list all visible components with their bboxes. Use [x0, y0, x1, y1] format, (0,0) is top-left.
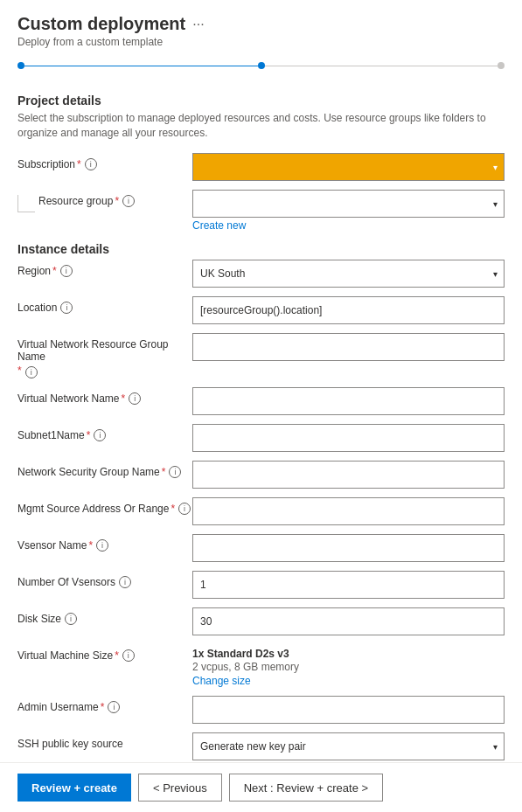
previous-button[interactable]: < Previous [138, 774, 222, 802]
mgmt-row: Mgmt Source Address Or Range * i [17, 497, 505, 525]
subnet1-label: Subnet1Name * i [17, 424, 192, 441]
location-info-icon[interactable]: i [60, 302, 73, 314]
subscription-required: * [77, 158, 81, 170]
num-vsensors-input[interactable] [192, 571, 505, 599]
admin-username-row: Admin Username * i [17, 696, 505, 724]
location-row: Location i [17, 296, 505, 324]
region-control: UK South ▾ [192, 260, 505, 288]
change-size-link[interactable]: Change size [192, 675, 505, 687]
vnet-rg-required: * [17, 364, 22, 377]
vm-size-label: Virtual Machine Size * i [17, 644, 192, 662]
project-details-title: Project details [17, 94, 505, 108]
vnet-rg-label: Virtual Network Resource Group Name * i [17, 333, 192, 378]
vnet-rg-input[interactable] [192, 333, 505, 361]
disk-size-info-icon[interactable]: i [65, 613, 77, 625]
num-vsensors-row: Number Of Vsensors i [17, 571, 505, 599]
vsensor-name-info-icon[interactable]: i [96, 539, 108, 552]
vnet-rg-control [192, 333, 505, 361]
mgmt-required: * [171, 503, 175, 515]
subnet1-input[interactable] [192, 424, 505, 452]
progress-steps [0, 55, 522, 80]
admin-username-required: * [101, 701, 105, 713]
vnet-rg-row: Virtual Network Resource Group Name * i [17, 333, 505, 378]
nsg-input[interactable] [192, 461, 505, 489]
location-label: Location i [17, 296, 192, 314]
nsg-required: * [162, 466, 166, 478]
region-row: Region * i UK South ▾ [17, 260, 505, 288]
ssh-source-select[interactable]: Generate new key pair [192, 732, 505, 760]
more-options-icon[interactable]: ··· [192, 17, 204, 32]
admin-username-control [192, 696, 505, 724]
vnet-rg-info-icon[interactable]: i [25, 366, 38, 378]
vsensor-name-required: * [88, 539, 93, 552]
location-input[interactable] [192, 296, 505, 324]
project-details-desc: Select the subscription to manage deploy… [17, 111, 505, 141]
ssh-source-row: SSH public key source Generate new key p… [17, 732, 505, 760]
nsg-label: Network Security Group Name * i [17, 461, 192, 478]
vnet-name-required: * [121, 392, 125, 405]
region-label: Region * i [17, 260, 192, 277]
region-info-icon[interactable]: i [60, 265, 73, 277]
resource-group-label: Resource group * i [38, 190, 192, 207]
subscription-select[interactable] [192, 153, 505, 181]
mgmt-control [192, 497, 505, 525]
vm-size-required: * [115, 649, 119, 662]
admin-username-input[interactable] [192, 696, 505, 724]
vsensor-name-input[interactable] [192, 534, 505, 562]
subscription-info-icon[interactable]: i [85, 158, 97, 170]
vnet-name-info-icon[interactable]: i [129, 392, 141, 405]
rg-select-wrapper: ▾ [192, 190, 505, 218]
vsensor-name-label: Vsensor Name * i [17, 534, 192, 552]
num-vsensors-control [192, 571, 505, 599]
rg-required: * [115, 195, 119, 207]
mgmt-input[interactable] [192, 497, 505, 525]
vm-size-detail: 2 vcpus, 8 GB memory [192, 661, 505, 673]
vnet-name-row: Virtual Network Name * i [17, 387, 505, 415]
region-required: * [52, 265, 57, 277]
rg-info-icon[interactable]: i [122, 195, 135, 207]
vnet-name-control [192, 387, 505, 415]
region-select[interactable]: UK South [192, 260, 505, 288]
ssh-source-select-wrapper: Generate new key pair ▾ [192, 732, 505, 760]
nsg-info-icon[interactable]: i [169, 466, 181, 478]
vnet-name-label: Virtual Network Name * i [17, 387, 192, 405]
indent-line [17, 195, 35, 212]
nsg-row: Network Security Group Name * i [17, 461, 505, 489]
vm-size-name: 1x Standard D2s v3 [192, 648, 505, 660]
disk-size-row: Disk Size i [17, 607, 505, 635]
num-vsensors-info-icon[interactable]: i [119, 576, 131, 588]
vm-size-info-icon[interactable]: i [122, 649, 135, 662]
page-header: Custom deployment ··· Deploy from a cust… [0, 0, 522, 55]
vsensor-name-row: Vsensor Name * i [17, 534, 505, 562]
subscription-select-wrapper: ▾ [192, 153, 505, 181]
instance-details-title: Instance details [17, 242, 505, 256]
disk-size-input[interactable] [192, 607, 505, 635]
create-new-link[interactable]: Create new [192, 219, 505, 232]
step-dot-2 [258, 62, 265, 69]
subscription-row: Subscription * i ▾ [17, 153, 505, 181]
step-line-2 [265, 66, 498, 66]
region-select-wrapper: UK South ▾ [192, 260, 505, 288]
resource-group-row: Resource group * i ▾ Create new [17, 190, 505, 232]
subnet1-control [192, 424, 505, 452]
footer: Review + create < Previous Next : Review… [0, 762, 522, 812]
step-dot-3 [498, 62, 505, 69]
subnet1-info-icon[interactable]: i [94, 429, 106, 441]
mgmt-info-icon[interactable]: i [178, 503, 191, 515]
form-content: Project details Select the subscription … [0, 94, 522, 812]
nsg-control [192, 461, 505, 489]
page-title: Custom deployment [17, 14, 185, 34]
admin-username-info-icon[interactable]: i [108, 701, 120, 713]
resource-group-select[interactable] [192, 190, 505, 218]
vm-size-control: 1x Standard D2s v3 2 vcpus, 8 GB memory … [192, 644, 505, 687]
step-dot-1 [17, 62, 24, 69]
next-button[interactable]: Next : Review + create > [229, 774, 383, 802]
admin-username-label: Admin Username * i [17, 696, 192, 713]
disk-size-label: Disk Size i [17, 607, 192, 625]
review-create-button[interactable]: Review + create [17, 774, 131, 802]
vm-size-row: Virtual Machine Size * i 1x Standard D2s… [17, 644, 505, 687]
num-vsensors-label: Number Of Vsensors i [17, 571, 192, 588]
page-subtitle: Deploy from a custom template [17, 36, 505, 48]
vnet-name-input[interactable] [192, 387, 505, 415]
resource-group-control: ▾ Create new [192, 190, 505, 232]
